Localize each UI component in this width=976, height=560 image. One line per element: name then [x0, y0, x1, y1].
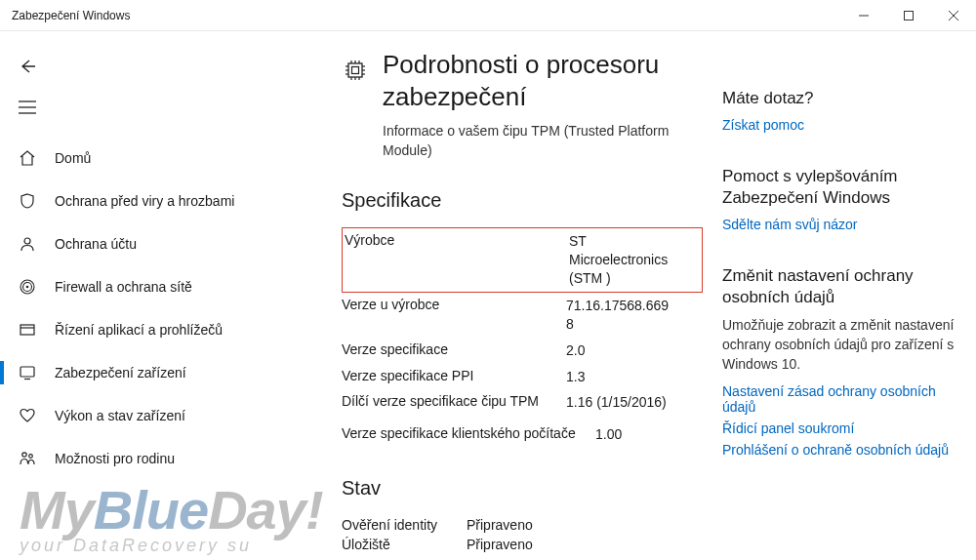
sidebar-item-label: Ochrana účtu	[55, 236, 137, 252]
spec-value: 1.00	[595, 425, 703, 444]
app-icon	[18, 320, 37, 340]
sidebar-item-family[interactable]: Možnosti pro rodinu	[0, 437, 312, 480]
sidebar-item-label: Výkon a stav zařízení	[55, 408, 185, 423]
feedback-heading: Pomoct s vylepšováním Zabezpečení Window…	[722, 166, 966, 209]
hamburger-button[interactable]	[0, 88, 312, 127]
spec-heading: Specifikace	[342, 189, 703, 212]
svg-rect-11	[20, 367, 34, 377]
spec-label: Verze specifikace PPI	[342, 368, 566, 386]
spec-label: Verze specifikace	[342, 341, 566, 360]
svg-rect-9	[20, 325, 34, 335]
sidebar-item-firewall[interactable]: Firewall a ochrana sítě	[0, 265, 312, 308]
sidebar-item-label: Domů	[55, 150, 91, 166]
person-icon	[18, 234, 37, 254]
status-table: Ověření identity Připraveno Úložiště Při…	[342, 515, 703, 554]
privacy-settings-link[interactable]: Nastavení zásad ochrany osobních údajů	[722, 383, 966, 415]
sidebar-item-label: Ochrana před viry a hrozbami	[55, 193, 234, 209]
spec-label: Verze u výrobce	[342, 297, 566, 334]
privacy-statement-link[interactable]: Prohlášení o ochraně osobních údajů	[722, 442, 966, 458]
status-value: Připraveno	[467, 517, 533, 533]
sidebar-item-appcontrol[interactable]: Řízení aplikací a prohlížečů	[0, 308, 312, 351]
right-pane: Máte dotaz? Získat pomoc Pomoct s vylepš…	[722, 49, 966, 560]
sidebar-item-label: Firewall a ochrana sítě	[55, 279, 192, 295]
window-controls	[841, 0, 976, 30]
spec-label: Verze specifikace klientského počítače	[342, 425, 595, 444]
status-row: Ověření identity Připraveno	[342, 515, 703, 535]
back-arrow-icon	[18, 57, 37, 76]
shield-icon	[18, 191, 37, 211]
svg-rect-16	[352, 67, 359, 74]
spec-table: Výrobce ST Microelectronics (STM ) Verze…	[342, 227, 703, 448]
spec-row: Verze specifikace 2.0	[342, 338, 703, 364]
status-label: Ověření identity	[342, 517, 449, 533]
heart-icon	[18, 406, 37, 425]
spec-value: 1.16 (1/15/2016)	[566, 393, 673, 412]
svg-rect-1	[905, 11, 914, 20]
sidebar-item-label: Řízení aplikací a prohlížečů	[55, 322, 223, 338]
privacy-desc: Umožňuje zobrazit a změnit nastavení och…	[722, 316, 966, 374]
page-subtitle: Informace o vašem čipu TPM (Trusted Plat…	[383, 122, 703, 160]
spec-row: Verze u výrobce 71.16.17568.6698	[342, 293, 703, 338]
svg-point-8	[26, 286, 29, 289]
spec-value: ST Microelectronics (STM )	[569, 232, 676, 288]
sidebar-item-home[interactable]: Domů	[0, 137, 312, 180]
back-button[interactable]	[0, 45, 312, 88]
minimize-button[interactable]	[841, 0, 886, 30]
spec-row: Dílčí verze specifikace čipu TPM 1.16 (1…	[342, 389, 703, 416]
spec-row: Verze specifikace klientského počítače 1…	[342, 421, 703, 448]
help-heading: Máte dotaz?	[722, 88, 966, 109]
spec-label: Dílčí verze specifikace čipu TPM	[342, 393, 566, 412]
main-content: Podrobnosti o procesoru zabezpečení Info…	[342, 49, 722, 560]
spec-row: Verze specifikace PPI 1.3	[342, 364, 703, 390]
window-title: Zabezpečení Windows	[12, 9, 130, 22]
page-title: Podrobnosti o procesoru zabezpečení	[383, 49, 703, 112]
status-label: Úložiště	[342, 537, 449, 552]
svg-point-13	[22, 453, 26, 457]
spec-row: Výrobce ST Microelectronics (STM )	[342, 227, 703, 293]
close-button[interactable]	[931, 0, 976, 30]
spec-value: 2.0	[566, 341, 703, 360]
privacy-heading: Změnit nastavení ochrany osobních údajů	[722, 265, 966, 308]
titlebar: Zabezpečení Windows	[0, 0, 976, 31]
hamburger-icon	[18, 98, 37, 117]
maximize-button[interactable]	[886, 0, 931, 30]
sidebar-item-label: Zabezpečení zařízení	[55, 365, 186, 380]
privacy-dashboard-link[interactable]: Řídicí panel soukromí	[722, 420, 966, 436]
sidebar: Domů Ochrana před viry a hrozbami Ochran…	[0, 31, 312, 560]
feedback-link[interactable]: Sdělte nám svůj názor	[722, 217, 966, 232]
svg-rect-15	[348, 63, 362, 77]
chip-icon	[342, 57, 369, 84]
sidebar-item-account[interactable]: Ochrana účtu	[0, 222, 312, 265]
svg-point-7	[24, 238, 30, 244]
status-heading: Stav	[342, 477, 703, 500]
home-icon	[18, 148, 37, 168]
device-icon	[18, 363, 37, 382]
family-icon	[18, 449, 37, 468]
spec-value: 71.16.17568.6698	[566, 297, 673, 334]
sidebar-item-virus[interactable]: Ochrana před viry a hrozbami	[0, 180, 312, 222]
svg-point-14	[29, 455, 33, 459]
network-icon	[18, 277, 37, 297]
status-value: Připraveno	[467, 537, 533, 552]
spec-label: Výrobce	[345, 232, 569, 288]
sidebar-item-device-security[interactable]: Zabezpečení zařízení	[0, 351, 312, 394]
status-row: Úložiště Připraveno	[342, 535, 703, 554]
sidebar-item-health[interactable]: Výkon a stav zařízení	[0, 394, 312, 437]
get-help-link[interactable]: Získat pomoc	[722, 117, 966, 133]
spec-value: 1.3	[566, 368, 703, 386]
sidebar-item-label: Možnosti pro rodinu	[55, 451, 175, 466]
